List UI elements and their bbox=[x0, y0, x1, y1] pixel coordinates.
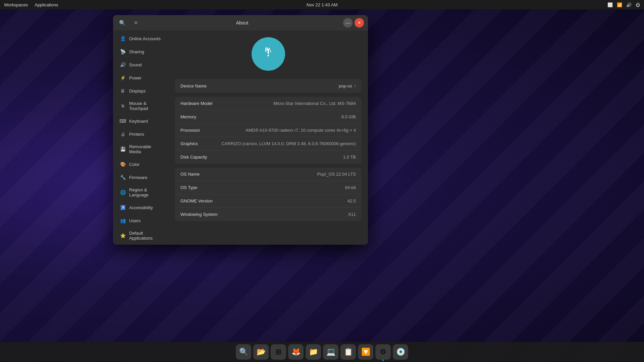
processor-value: AMD® A10-9700 radeon r7, 10 compute core… bbox=[246, 128, 356, 133]
sidebar-item-label-sound: Sound bbox=[129, 62, 142, 67]
topbar: Workspaces Applications Nov 22 1:43 AM ⬜… bbox=[0, 0, 644, 9]
sidebar: 👤Online Accounts📡Sharing🔊Sound⚡Power🖥Dis… bbox=[113, 31, 168, 245]
sidebar-item-users[interactable]: 👥Users bbox=[114, 214, 167, 227]
os-type-label: OS Type bbox=[180, 185, 197, 190]
windowing-value: X11 bbox=[348, 212, 356, 217]
device-name-row[interactable]: Device Name pop-os › bbox=[175, 79, 361, 93]
topbar-volume-icon[interactable]: 🔊 bbox=[626, 2, 632, 7]
disk-capacity-label: Disk Capacity bbox=[180, 155, 207, 160]
mouse-touchpad-icon: 🖱 bbox=[120, 103, 126, 109]
sidebar-item-printers[interactable]: 🖨Printers bbox=[114, 128, 167, 140]
taskbar-terminal[interactable]: 💻 bbox=[323, 344, 338, 360]
applications-button[interactable]: Applications bbox=[35, 2, 58, 7]
taskbar-files-app[interactable]: 📂 bbox=[253, 344, 269, 360]
sidebar-item-label-accessibility: Accessibility bbox=[129, 205, 153, 210]
settings-body: 👤Online Accounts📡Sharing🔊Sound⚡Power🖥Dis… bbox=[113, 31, 368, 245]
gnome-version-value: 42.5 bbox=[347, 198, 356, 203]
hardware-section: Hardware Model Micro-Star International … bbox=[175, 97, 361, 164]
topbar-network-icon[interactable]: 📶 bbox=[617, 2, 622, 7]
sidebar-item-displays[interactable]: 🖥Displays bbox=[114, 84, 167, 97]
svg-text:P\: P\ bbox=[265, 47, 271, 53]
sidebar-item-region-language[interactable]: 🌐Region & Language bbox=[114, 184, 167, 201]
sidebar-item-online-accounts[interactable]: 👤Online Accounts bbox=[114, 32, 167, 45]
memory-value: 8.0 GiB bbox=[341, 114, 356, 119]
sidebar-item-accessibility[interactable]: ♿Accessibility bbox=[114, 201, 167, 214]
memory-label: Memory bbox=[180, 114, 196, 119]
power-icon: ⚡ bbox=[120, 75, 126, 81]
taskbar-search[interactable]: 🔍 bbox=[236, 344, 251, 360]
sidebar-item-color[interactable]: 🎨Color bbox=[114, 158, 167, 171]
sidebar-item-label-displays: Displays bbox=[129, 88, 146, 94]
sidebar-item-removable-media[interactable]: 💾Removable Media bbox=[114, 141, 167, 158]
device-name-section: Device Name pop-os › bbox=[175, 79, 361, 93]
sidebar-item-date-time[interactable]: 🕐Date & Time bbox=[114, 244, 167, 245]
region-language-icon: 🌐 bbox=[120, 189, 126, 195]
os-name-row: OS Name Pop!_OS 22.04 LTS bbox=[175, 168, 361, 181]
users-icon: 👥 bbox=[120, 218, 126, 224]
online-accounts-icon: 👤 bbox=[120, 36, 126, 42]
graphics-label: Graphics bbox=[180, 141, 198, 146]
sidebar-item-sound[interactable]: 🔊Sound bbox=[114, 58, 167, 71]
popos-logo: ! P\ bbox=[252, 37, 285, 71]
taskbar-settings[interactable]: ⚙ bbox=[375, 344, 391, 360]
sidebar-item-label-mouse-touchpad: Mouse & Touchpad bbox=[129, 101, 162, 111]
color-icon: 🎨 bbox=[120, 161, 126, 167]
default-applications-icon: ⭐ bbox=[120, 233, 126, 239]
sidebar-item-label-region-language: Region & Language bbox=[129, 187, 162, 197]
content-panel: ! P\ Device Name pop-os › Hardw bbox=[168, 31, 368, 245]
windowing-label: Windowing System bbox=[180, 212, 218, 217]
taskbar-sticky-notes[interactable]: 📋 bbox=[340, 344, 356, 360]
sidebar-item-keyboard[interactable]: ⌨Keyboard bbox=[114, 115, 167, 127]
os-name-value: Pop!_OS 22.04 LTS bbox=[317, 172, 356, 177]
taskbar-firefox[interactable]: 🦊 bbox=[288, 344, 304, 360]
sidebar-item-mouse-touchpad[interactable]: 🖱Mouse & Touchpad bbox=[114, 98, 167, 114]
taskbar-popsicle[interactable]: 🔽 bbox=[358, 344, 373, 360]
topbar-monitor-icon[interactable]: ⬜ bbox=[607, 2, 613, 7]
sidebar-item-power[interactable]: ⚡Power bbox=[114, 71, 167, 84]
keyboard-icon: ⌨ bbox=[120, 118, 126, 124]
hardware-model-value: Micro-Star International Co., Ltd. MS-7B… bbox=[273, 101, 356, 106]
taskbar-grid[interactable]: ⊞ bbox=[271, 344, 286, 360]
search-button[interactable]: 🔍 bbox=[117, 17, 128, 28]
sidebar-item-label-default-applications: Default Applications bbox=[129, 231, 162, 241]
os-type-value: 64-bit bbox=[345, 185, 356, 190]
sidebar-item-firmware[interactable]: 🔧Firmware bbox=[114, 171, 167, 184]
topbar-power-icon[interactable]: ⏻ bbox=[636, 2, 640, 7]
sidebar-item-label-removable-media: Removable Media bbox=[129, 144, 162, 154]
sidebar-item-label-users: Users bbox=[129, 218, 141, 223]
settings-window: 🔍 ≡ About — ✕ 👤Online Accounts📡Sharing🔊S… bbox=[113, 15, 368, 245]
workspaces-button[interactable]: Workspaces bbox=[4, 2, 28, 7]
minimize-button[interactable]: — bbox=[343, 18, 353, 27]
disk-capacity-value: 1.0 TB bbox=[343, 155, 356, 160]
graphics-value: CARRIZO (carrizo, LLVM 14.0.0, DRM 3.48,… bbox=[221, 141, 356, 146]
about-logo: ! P\ bbox=[175, 37, 361, 71]
sharing-icon: 📡 bbox=[120, 49, 126, 55]
displays-icon: 🖥 bbox=[120, 88, 126, 94]
firmware-icon: 🔧 bbox=[120, 174, 126, 180]
sidebar-item-label-firmware: Firmware bbox=[129, 175, 147, 180]
sound-icon: 🔊 bbox=[120, 62, 126, 68]
taskbar: 🔍📂⊞🦊📁💻📋🔽⚙💿 bbox=[0, 342, 644, 362]
processor-row: Processor AMD® A10-9700 radeon r7, 10 co… bbox=[175, 124, 361, 137]
chevron-right-icon: › bbox=[354, 83, 356, 89]
title-bar: 🔍 ≡ About — ✕ bbox=[113, 15, 368, 31]
os-name-label: OS Name bbox=[180, 172, 200, 177]
sidebar-item-sharing[interactable]: 📡Sharing bbox=[114, 45, 167, 58]
sidebar-item-default-applications[interactable]: ⭐Default Applications bbox=[114, 227, 167, 244]
sidebar-item-label-power: Power bbox=[129, 75, 142, 80]
menu-button[interactable]: ≡ bbox=[130, 17, 141, 28]
close-button[interactable]: ✕ bbox=[355, 18, 364, 27]
accessibility-icon: ♿ bbox=[120, 204, 126, 210]
taskbar-file-manager[interactable]: 📁 bbox=[306, 344, 321, 360]
sidebar-item-label-printers: Printers bbox=[129, 132, 144, 137]
sidebar-item-label-keyboard: Keyboard bbox=[129, 119, 148, 124]
window-title: About bbox=[236, 20, 249, 25]
device-name-value: pop-os › bbox=[339, 83, 356, 89]
disk-capacity-row: Disk Capacity 1.0 TB bbox=[175, 150, 361, 164]
sidebar-item-label-online-accounts: Online Accounts bbox=[129, 36, 161, 41]
device-name-label: Device Name bbox=[180, 83, 207, 88]
taskbar-disk[interactable]: 💿 bbox=[393, 344, 408, 360]
hardware-model-label: Hardware Model bbox=[180, 101, 212, 106]
memory-row: Memory 8.0 GiB bbox=[175, 110, 361, 124]
sidebar-item-label-color: Color bbox=[129, 162, 140, 167]
